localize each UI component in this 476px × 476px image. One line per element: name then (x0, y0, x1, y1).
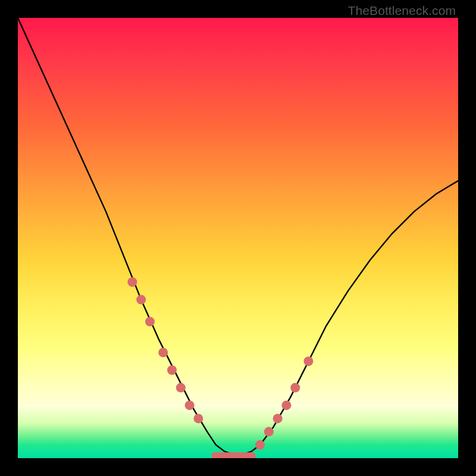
marker-dot (167, 365, 177, 375)
attribution-text: TheBottleneck.com (348, 4, 456, 18)
curve-line (18, 18, 458, 456)
marker-dot (185, 400, 195, 410)
marker-dot (127, 277, 137, 287)
marker-dot (303, 356, 313, 366)
marker-dot (264, 427, 274, 437)
marker-dot (176, 383, 186, 393)
marker-dot (136, 295, 146, 305)
bottleneck-curve (18, 18, 458, 458)
marker-dot (290, 383, 300, 393)
marker-dot (145, 317, 155, 327)
marker-dot (193, 414, 203, 423)
marker-dot (281, 400, 291, 410)
flat-segment (212, 452, 256, 458)
markers-left (127, 277, 203, 423)
marker-dot (255, 440, 265, 450)
marker-dot (273, 414, 283, 423)
marker-dot (158, 347, 168, 357)
